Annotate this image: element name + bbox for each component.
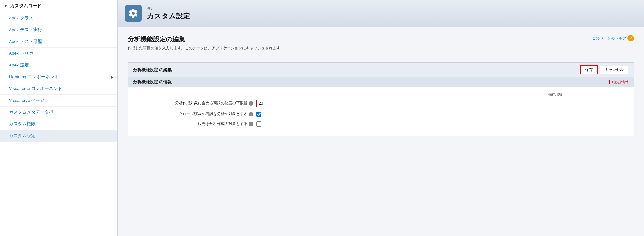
sidebar-item-label: Apex テスト実行 bbox=[9, 27, 42, 33]
sidebar-item-label: Lightning コンポーネント bbox=[9, 74, 59, 80]
sidebar-item-apex-trigger[interactable]: Apex トリガ bbox=[0, 48, 117, 59]
info-icon-closed[interactable]: i bbox=[249, 112, 253, 116]
header-title: カスタム設定 bbox=[147, 11, 190, 21]
header-text-group: 設定 カスタム設定 bbox=[147, 6, 190, 21]
info-icon-sales[interactable]: i bbox=[249, 122, 253, 126]
form-panel-header: 分析機能設定 の編集 保存 キャンセル bbox=[128, 63, 634, 77]
sales-checkbox[interactable] bbox=[256, 121, 261, 127]
info-icon-probability[interactable]: i bbox=[249, 101, 253, 106]
help-text: このページのヘルプ bbox=[592, 36, 626, 41]
sidebar: ▼ カスタムコード Apex クラス Apex テスト実行 Apex テスト履歴… bbox=[0, 0, 118, 236]
page-description: 作成した項目の値を入力します。このデータは、アプリケーションにキャッシュされます… bbox=[128, 45, 634, 51]
header-icon-container bbox=[125, 5, 142, 22]
sidebar-item-label: Apex トリガ bbox=[9, 51, 33, 56]
help-link[interactable]: このページのヘルプ ? bbox=[592, 35, 634, 41]
probability-input[interactable] bbox=[256, 100, 326, 107]
sidebar-item-label: Apex クラス bbox=[9, 15, 33, 21]
chevron-down-icon: ▼ bbox=[4, 4, 8, 8]
gear-icon bbox=[129, 9, 138, 18]
form-body: 保存場所 分析作成対象に含める商談の確度の下限値 i クローズ済みの商談を分析の… bbox=[128, 87, 634, 136]
sidebar-item-visualforce-page[interactable]: Visualforce ページ bbox=[0, 95, 117, 107]
cancel-button[interactable]: キャンセル bbox=[600, 66, 628, 74]
content-area: このページのヘルプ ? 分析機能設定の編集 作成した項目の値を入力します。このデ… bbox=[118, 27, 644, 236]
required-legend: = 必須情報 bbox=[609, 80, 628, 85]
form-panel: 分析機能設定 の編集 保存 キャンセル 分析機能設定 の情報 = 必須情報 保存… bbox=[128, 62, 634, 136]
sidebar-item-apex-test-exec[interactable]: Apex テスト実行 bbox=[0, 24, 117, 36]
form-section-title: 分析機能設定 の情報 bbox=[133, 79, 172, 85]
sidebar-item-label: Apex 設定 bbox=[9, 62, 29, 68]
sidebar-item-custom-metadata[interactable]: カスタムメタデータ型 bbox=[0, 107, 117, 118]
sidebar-item-apex-settings[interactable]: Apex 設定 bbox=[0, 59, 117, 71]
sidebar-item-label: Visualforce コンポーネント bbox=[9, 86, 62, 92]
save-button[interactable]: 保存 bbox=[580, 65, 598, 74]
form-panel-header-title: 分析機能設定 の編集 bbox=[133, 67, 172, 73]
page-header: 設定 カスタム設定 bbox=[118, 0, 644, 27]
form-section-header: 分析機能設定 の情報 = 必須情報 bbox=[128, 77, 634, 87]
form-row-closed: クローズ済みの商談を分析の対象とする i bbox=[136, 111, 626, 117]
storage-sublabel: 保存場所 bbox=[136, 92, 626, 97]
form-row-probability: 分析作成対象に含める商談の確度の下限値 i bbox=[136, 100, 626, 107]
form-label-sales: 販売を分析作成の対象とする i bbox=[136, 121, 256, 127]
sidebar-item-label: Visualforce ページ bbox=[9, 98, 44, 103]
form-label-probability: 分析作成対象に含める商談の確度の下限値 i bbox=[136, 101, 256, 106]
sidebar-item-visualforce-component[interactable]: Visualforce コンポーネント bbox=[0, 83, 117, 95]
sidebar-item-label: カスタム設定 bbox=[9, 133, 36, 139]
main-content: 設定 カスタム設定 このページのヘルプ ? 分析機能設定の編集 作成した項目の値… bbox=[118, 0, 644, 236]
sidebar-item-label: カスタム権限 bbox=[9, 121, 36, 127]
closed-deals-checkbox[interactable] bbox=[256, 112, 261, 117]
sidebar-item-label: カスタムメタデータ型 bbox=[9, 109, 53, 115]
page-edit-title: 分析機能設定の編集 bbox=[128, 35, 634, 44]
sidebar-item-custom-permission[interactable]: カスタム権限 bbox=[0, 118, 117, 130]
sidebar-section-label: カスタムコード bbox=[10, 3, 41, 9]
sidebar-item-lightning-component[interactable]: Lightning コンポーネント ▶ bbox=[0, 71, 117, 83]
sidebar-item-apex-test-history[interactable]: Apex テスト履歴 bbox=[0, 36, 117, 48]
form-panel-header-actions: 保存 キャンセル bbox=[580, 65, 628, 74]
header-subtitle: 設定 bbox=[147, 6, 190, 11]
chevron-right-icon: ▶ bbox=[111, 75, 113, 79]
required-bar-icon bbox=[609, 80, 610, 84]
help-icon: ? bbox=[627, 35, 634, 41]
sidebar-item-label: Apex テスト履歴 bbox=[9, 39, 42, 45]
form-label-closed: クローズ済みの商談を分析の対象とする i bbox=[136, 111, 256, 117]
sidebar-item-apex-class[interactable]: Apex クラス bbox=[0, 12, 117, 24]
form-row-sales: 販売を分析作成の対象とする i bbox=[136, 121, 626, 127]
sidebar-section-custom-code[interactable]: ▼ カスタムコード bbox=[0, 0, 117, 12]
required-label: = 必須情報 bbox=[612, 80, 628, 85]
sidebar-item-custom-settings[interactable]: カスタム設定 bbox=[0, 130, 117, 142]
